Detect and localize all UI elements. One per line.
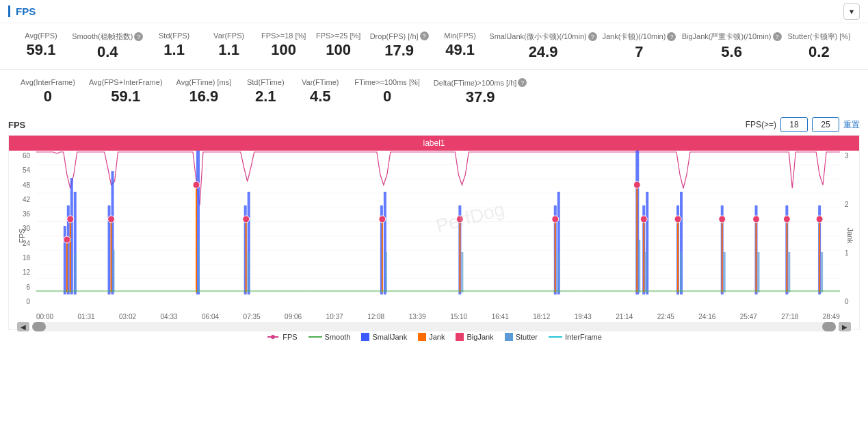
metric-smooth: Smooth(稳帧指数)?0.4	[68, 29, 147, 64]
legend-icon-smooth	[308, 336, 322, 338]
metric-small_jank: SmallJank(微小卡顿)(/10min)?24.9	[488, 29, 599, 64]
metric-value-ftime_100ms: 0	[383, 88, 391, 105]
header-dropdown-button[interactable]: ▾	[843, 3, 860, 20]
metric-value-delta_ftime: 37.9	[466, 88, 495, 106]
svg-point-62	[783, 216, 790, 223]
chart-title: FPS	[8, 120, 25, 130]
legend-item-jank: Jank	[418, 333, 445, 341]
svg-rect-76	[788, 252, 790, 292]
legend-item-small_jank: SmallJank	[361, 333, 407, 341]
svg-rect-72	[645, 252, 647, 292]
metric-fps25: FPS>=25 [%]100	[311, 29, 366, 62]
svg-point-59	[674, 216, 681, 223]
legend-item-stutter: Stutter	[505, 333, 538, 341]
scroll-right-button[interactable]: ▶	[839, 322, 851, 331]
help-icon-jank[interactable]: ?	[667, 32, 676, 41]
metric-avg_ftime: Avg(FTime) [ms]16.9	[170, 75, 239, 108]
fps-18-input[interactable]	[780, 117, 808, 132]
metric-value-avg_ftime: 16.9	[189, 88, 219, 105]
chart-scrollbar[interactable]: ◀ ▶	[9, 320, 859, 333]
metric-var_ftime: Var(FTime)4.5	[293, 75, 347, 108]
panel-header: FPS ▾	[0, 0, 868, 23]
help-icon-small_jank[interactable]: ?	[588, 32, 597, 41]
chevron-down-icon: ▾	[850, 7, 854, 16]
metrics-row-1: Avg(FPS)59.1Smooth(稳帧指数)?0.4Std(FPS)1.1V…	[14, 29, 854, 64]
svg-rect-66	[198, 240, 200, 292]
legend-label-jank: Jank	[429, 333, 445, 341]
metric-value-var_fps: 1.1	[218, 41, 239, 59]
svg-point-53	[243, 216, 250, 223]
metric-value-big_jank: 5.6	[721, 43, 742, 61]
legend-item-big_jank: BigJank	[456, 333, 493, 341]
scroll-left-button[interactable]: ◀	[17, 322, 29, 331]
y-label-fps: FPS	[18, 228, 26, 242]
metric-value-std_ftime: 2.1	[255, 88, 276, 105]
x-axis: 00:00 01:31 03:02 04:33 06:04 07:35 09:0…	[36, 313, 840, 320]
svg-point-52	[193, 181, 200, 188]
scrollbar-handle-left[interactable]	[32, 322, 46, 331]
metric-value-var_ftime: 4.5	[310, 88, 331, 105]
svg-rect-73	[680, 252, 682, 292]
legend-label-smooth: Smooth	[325, 333, 351, 341]
fps-controls: FPS(>=) 重置	[746, 117, 860, 132]
y-label-jank: Jank	[845, 227, 854, 243]
metrics-section-2: Avg(InterFrame)0Avg(FPS+InterFrame)59.1A…	[0, 70, 868, 114]
metric-value-fps25: 100	[326, 41, 351, 59]
svg-rect-69	[461, 252, 463, 292]
metric-value-drop_fps: 17.9	[384, 42, 414, 60]
legend-item-interframe: InterFrame	[549, 333, 602, 341]
metric-var_fps: Var(FPS)1.1	[202, 29, 257, 62]
metric-value-avg_fps_interframe: 59.1	[111, 88, 140, 105]
svg-point-51	[108, 216, 115, 223]
metric-avg_fps: Avg(FPS)59.1	[14, 29, 68, 62]
legend-item-fps: FPS	[266, 333, 297, 341]
metric-value-stutter: 0.2	[808, 43, 830, 61]
svg-point-54	[379, 216, 386, 223]
legend-label-interframe: InterFrame	[565, 333, 602, 341]
metric-jank: Jank(卡顿)(/10min)?7	[599, 29, 679, 64]
metric-min_fps: Min(FPS)49.1	[433, 29, 488, 62]
chart-header: FPS FPS(>=) 重置	[8, 117, 860, 132]
svg-point-60	[719, 216, 726, 223]
metric-value-avg_interframe: 0	[44, 88, 52, 105]
metric-avg_interframe: Avg(InterFrame)0	[14, 75, 82, 108]
help-icon-drop_fps[interactable]: ?	[420, 32, 429, 40]
svg-rect-75	[758, 252, 760, 292]
svg-text:PerfDog: PerfDog	[434, 198, 507, 237]
help-icon-smooth[interactable]: ?	[134, 32, 143, 41]
scrollbar-handle-right[interactable]	[822, 322, 836, 331]
svg-rect-74	[724, 252, 726, 292]
metric-stutter: Stutter(卡顿率) [%]0.2	[784, 29, 854, 64]
fps-line	[36, 152, 840, 205]
legend-label-big_jank: BigJank	[466, 333, 493, 341]
metric-std_fps: Std(FPS)1.1	[147, 29, 202, 62]
help-icon-big_jank[interactable]: ?	[773, 32, 782, 41]
scrollbar-track[interactable]	[32, 322, 836, 331]
legend-label-stutter: Stutter	[516, 333, 538, 341]
svg-rect-64	[75, 253, 77, 292]
svg-rect-71	[638, 240, 640, 292]
fps-gte-label: FPS(>=)	[746, 120, 776, 129]
metric-value-min_fps: 49.1	[445, 41, 475, 59]
legend-icon-fps	[266, 336, 280, 338]
metric-value-jank: 7	[635, 43, 643, 61]
metric-drop_fps: Drop(FPS) [/h]?17.9	[366, 29, 433, 62]
metric-delta_ftime: Delta(FTime)>100ms [/h]?37.9	[427, 75, 534, 109]
legend-icon-jank	[418, 333, 426, 341]
svg-point-57	[633, 181, 640, 188]
metric-value-smooth: 0.4	[97, 43, 118, 61]
svg-point-49	[64, 236, 70, 243]
legend-icon-big_jank	[456, 333, 464, 341]
fps-25-input[interactable]	[812, 117, 839, 132]
legend-icon-stutter	[505, 333, 513, 341]
metrics-row-2: Avg(InterFrame)0Avg(FPS+InterFrame)59.1A…	[14, 75, 854, 109]
metric-value-avg_fps: 59.1	[27, 41, 56, 59]
reset-button[interactable]: 重置	[843, 119, 860, 131]
metric-value-small_jank: 24.9	[529, 43, 558, 61]
svg-rect-77	[821, 252, 823, 292]
svg-rect-68	[385, 252, 387, 292]
help-icon-delta_ftime[interactable]: ?	[518, 78, 527, 87]
legend-label-small_jank: SmallJank	[372, 333, 407, 341]
chart-label-bar: label1	[9, 136, 859, 151]
svg-rect-67	[248, 252, 250, 292]
